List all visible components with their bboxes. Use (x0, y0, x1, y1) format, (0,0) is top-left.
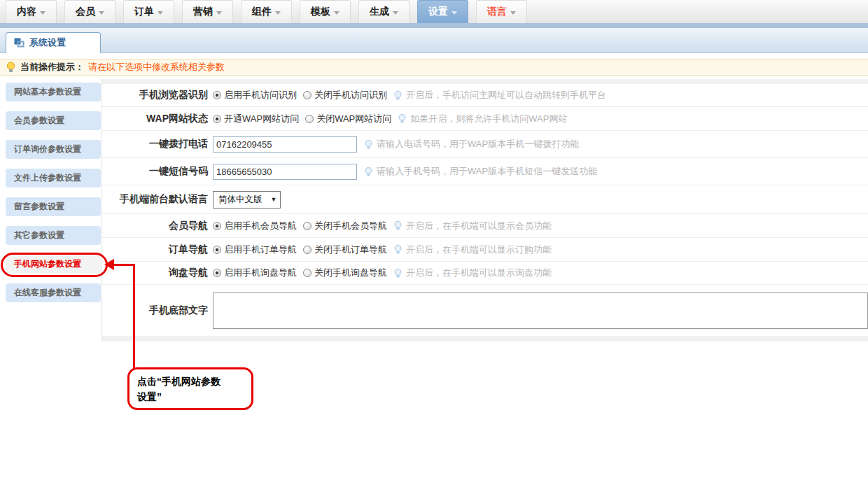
form-row-mobile-browser-detect: 手机浏览器识别 启用手机访问识别 关闭手机访问识别 开启后，手机访问主网址可以自… (102, 84, 868, 107)
nav-tab-settings[interactable]: 设置 (417, 0, 468, 23)
form-row-one-tap-call-phone: 一键拨打电话 请输入电话号码，用于WAP版本手机一键拨打功能 (102, 131, 868, 158)
radio-label[interactable]: 启用手机访问识别 (224, 89, 297, 101)
page-tab-label: 系统设置 (29, 36, 66, 49)
radio-option[interactable]: 关闭手机订单导航 (303, 244, 387, 256)
sidebar-item-online-service-params[interactable]: 在线客服参数设置 (6, 283, 101, 302)
field-hint: 开启后，在手机端可以显示询盘功能 (393, 267, 552, 279)
nav-tab-label: 设置 (428, 6, 448, 18)
radio-button[interactable] (305, 115, 314, 123)
radio-label[interactable]: 关闭WAP网站访问 (316, 113, 391, 125)
hint-text: 开启后，在手机端可以显示订购功能 (406, 244, 552, 256)
radio-option[interactable]: 启用手机订单导航 (213, 244, 297, 256)
radio-label[interactable]: 启用手机订单导航 (224, 244, 297, 256)
nav-tab-templates[interactable]: 模板 (300, 0, 351, 23)
nav-tab-content[interactable]: 内容 (6, 0, 57, 23)
radio-label[interactable]: 启用手机会员导航 (224, 220, 297, 232)
radio-option[interactable]: 关闭手机询盘导航 (303, 267, 387, 279)
field-hint: 开启后，手机访问主网址可以自动跳转到手机平台 (393, 89, 606, 101)
annotation-callout-box: 点击“手机网站参数 设置” (127, 367, 253, 410)
sms-number-input[interactable] (213, 164, 357, 180)
chevron-down-icon (510, 11, 516, 15)
nav-divider-strip (0, 23, 868, 28)
hint-label: 当前操作提示： (20, 61, 84, 73)
field-label: 一键短信号码 (102, 165, 213, 178)
chevron-down-icon (216, 11, 222, 15)
nav-tab-components[interactable]: 组件 (241, 0, 292, 23)
chevron-down-icon (40, 11, 46, 15)
radio-label[interactable]: 关闭手机访问识别 (314, 89, 387, 101)
nav-tab-label: 订单 (134, 6, 154, 18)
radio-option[interactable]: 关闭WAP网站访问 (305, 113, 391, 125)
settings-sidebar: 网站基本参数设置 会员参数设置 订单询价参数设置 文件上传参数设置 留言参数设置… (6, 83, 101, 312)
hint-text: 开启后，手机访问主网址可以自动跳转到手机平台 (406, 89, 606, 101)
radio-button[interactable] (303, 91, 312, 99)
panel-bottom-strip (102, 336, 868, 341)
field-label: WAP网站状态 (102, 113, 213, 125)
form-row-member-nav: 会员导航 启用手机会员导航 关闭手机会员导航 开启后，在手机端可以显示会员功能 (102, 214, 868, 238)
nav-tab-label: 内容 (17, 6, 36, 18)
radio-label[interactable]: 关闭手机询盘导航 (314, 267, 387, 279)
tip-bulb-icon (393, 220, 402, 231)
sidebar-item-site-basic-params[interactable]: 网站基本参数设置 (6, 83, 101, 101)
sidebar-item-message-params[interactable]: 留言参数设置 (6, 197, 101, 216)
field-hint: 开启后，在手机端可以显示订购功能 (393, 244, 552, 256)
annotation-text-line2: 设置” (137, 391, 162, 402)
nav-tab-language[interactable]: 语言 (476, 0, 527, 23)
tip-bulb-icon (364, 139, 373, 150)
annotation-text-line1: 点击“手机网站参数 (137, 376, 220, 387)
radio-option[interactable]: 启用手机访问识别 (213, 89, 297, 101)
tip-bulb-icon (393, 268, 402, 278)
chevron-down-icon (275, 11, 281, 15)
sidebar-item-member-params[interactable]: 会员参数设置 (6, 111, 101, 130)
radio-option[interactable]: 开通WAP网站访问 (213, 113, 299, 125)
radio-label[interactable]: 关闭手机会员导航 (314, 220, 387, 232)
tip-bulb-icon (393, 90, 402, 101)
nav-tab-label: 生成 (370, 6, 389, 18)
select-value: 简体中文版 (218, 194, 262, 206)
content-area: 网站基本参数设置 会员参数设置 订单询价参数设置 文件上传参数设置 留言参数设置… (0, 76, 868, 501)
radio-option[interactable]: 关闭手机会员导航 (303, 220, 387, 232)
radio-button[interactable] (213, 222, 221, 230)
nav-tab-label: 营销 (193, 6, 213, 18)
form-row-order-nav: 订单导航 启用手机订单导航 关闭手机订单导航 开启后，在手机端可以显示订购功能 (102, 238, 868, 262)
chevron-down-icon (334, 11, 340, 15)
nav-tab-label: 语言 (487, 6, 507, 18)
radio-button[interactable] (213, 269, 221, 277)
radio-label[interactable]: 开通WAP网站访问 (224, 113, 299, 125)
radio-label[interactable]: 启用手机询盘导航 (224, 267, 297, 279)
radio-button[interactable] (303, 222, 312, 230)
sidebar-item-order-inquiry-params[interactable]: 订单询价参数设置 (6, 140, 101, 159)
sidebar-item-other-params[interactable]: 其它参数设置 (6, 226, 101, 245)
radio-button[interactable] (213, 115, 221, 123)
tab-system-settings[interactable]: 系统设置 (6, 32, 101, 53)
sidebar-item-file-upload-params[interactable]: 文件上传参数设置 (6, 169, 101, 188)
chevron-down-icon (451, 11, 457, 15)
field-hint: 请输入手机号码，用于WAP版本手机短信一键发送功能 (364, 165, 597, 178)
nav-tab-orders[interactable]: 订单 (123, 0, 174, 23)
nav-tab-label: 会员 (76, 6, 95, 18)
call-phone-input[interactable] (213, 136, 357, 153)
field-label: 会员导航 (102, 220, 213, 232)
nav-tab-marketing[interactable]: 营销 (182, 0, 233, 23)
radio-button[interactable] (303, 246, 312, 254)
radio-button[interactable] (213, 91, 221, 99)
radio-button[interactable] (303, 269, 312, 277)
sidebar-item-mobile-site-params[interactable]: 手机网站参数设置 (6, 255, 101, 274)
field-label: 手机端前台默认语言 (102, 193, 213, 206)
radio-option[interactable]: 启用手机会员导航 (213, 220, 297, 232)
chevron-down-icon (158, 11, 163, 15)
nav-tab-members[interactable]: 会员 (64, 0, 115, 23)
radio-label[interactable]: 关闭手机订单导航 (314, 244, 387, 256)
panel-top-strip (102, 79, 868, 84)
chevron-down-icon (393, 11, 398, 15)
radio-option[interactable]: 关闭手机访问识别 (303, 89, 387, 101)
window-stack-icon (14, 38, 24, 48)
mobile-site-settings-form: 手机浏览器识别 启用手机访问识别 关闭手机访问识别 开启后，手机访问主网址可以自… (102, 79, 868, 341)
nav-tab-generate[interactable]: 生成 (358, 0, 410, 23)
language-select[interactable]: 简体中文版 ▼ (213, 191, 281, 209)
radio-option[interactable]: 启用手机询盘导航 (213, 267, 297, 279)
radio-button[interactable] (213, 246, 221, 254)
hint-text: 请输入手机号码，用于WAP版本手机短信一键发送功能 (377, 165, 597, 178)
mobile-footer-textarea[interactable] (213, 292, 868, 329)
field-hint: 开启后，在手机端可以显示会员功能 (393, 220, 552, 232)
